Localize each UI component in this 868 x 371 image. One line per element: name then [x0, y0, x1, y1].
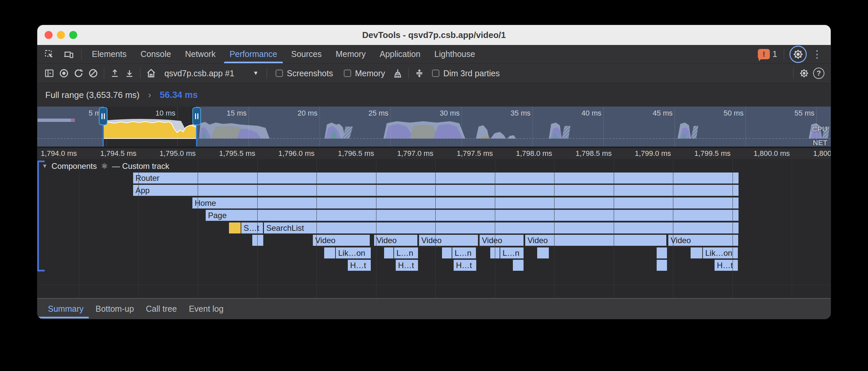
divider	[140, 68, 141, 79]
dim-3rd-parties-checkbox[interactable]: Dim 3rd parties	[432, 68, 500, 78]
flame-bar-home[interactable]: Home	[192, 198, 739, 208]
overview-tick-line	[177, 107, 178, 146]
flame-bar-l-n[interactable]: L…n	[452, 248, 476, 258]
divider	[104, 68, 104, 79]
tab-network[interactable]: Network	[178, 45, 223, 63]
memory-checkbox[interactable]: Memory	[344, 68, 385, 78]
track-name: Components	[52, 162, 97, 171]
flame-bar[interactable]	[442, 248, 452, 258]
gridline-vertical	[138, 159, 139, 298]
tab-sources[interactable]: Sources	[284, 45, 329, 63]
tab-memory[interactable]: Memory	[329, 45, 372, 63]
flame-bar[interactable]	[657, 260, 667, 271]
flame-bar-video[interactable]: Video	[313, 235, 370, 246]
close-window-button[interactable]	[44, 31, 53, 39]
detail-tab-event-log[interactable]: Event log	[183, 299, 229, 319]
settings-gear-button-active[interactable]	[789, 46, 807, 63]
flame-bar-s-t[interactable]: S…t	[241, 223, 263, 233]
gridline-vertical	[257, 159, 258, 298]
zoom-window-button[interactable]	[69, 31, 77, 39]
device-toolbar-icon[interactable]	[61, 47, 76, 62]
flame-bar-app[interactable]: App	[133, 185, 739, 196]
overview-tick-label: 45 ms	[639, 109, 673, 118]
flame-bar-video[interactable]: Video	[525, 235, 666, 246]
overview-tick-label: 20 ms	[284, 109, 317, 118]
flame-bar[interactable]	[537, 248, 549, 258]
toggle-panel-icon[interactable]	[42, 66, 57, 81]
reload-record-icon[interactable]	[71, 66, 86, 81]
detail-tab-summary[interactable]: Summary	[42, 299, 90, 319]
panel-tabs: ElementsConsoleNetworkPerformanceSources…	[85, 45, 482, 63]
flame-bar-video[interactable]: Video	[479, 235, 524, 246]
flame-bar-l-n[interactable]: L…n	[500, 248, 524, 258]
screenshots-checkbox[interactable]: Screenshots	[276, 68, 333, 78]
gridline-vertical	[792, 159, 792, 298]
flame-bar-video[interactable]: Video	[374, 235, 417, 246]
flame-bar-video[interactable]: Video	[419, 235, 478, 246]
ruler-tick-label: 1,799.0 ms	[623, 149, 671, 158]
flame-bar-lik-on[interactable]: Lik…on	[336, 248, 371, 258]
save-profile-icon[interactable]	[122, 66, 137, 81]
overview-tick-label: 25 ms	[355, 109, 389, 118]
flame-bar[interactable]	[229, 223, 241, 233]
flame-bar[interactable]	[384, 248, 393, 258]
collect-garbage-broom-icon[interactable]	[391, 66, 405, 81]
flame-bar-page[interactable]: Page	[206, 210, 739, 221]
flame-bar[interactable]	[324, 248, 335, 258]
gridline-vertical	[79, 159, 79, 298]
overview-tick-line	[462, 107, 462, 146]
history-selected-value: qsvd7p.csb.app #1	[164, 68, 234, 78]
flame-bar[interactable]	[252, 235, 263, 246]
ruler-tick-label: 1,797.5 ms	[445, 149, 493, 158]
tab-elements[interactable]: Elements	[85, 45, 133, 63]
ruler-tick-label: 1,798.5 ms	[564, 149, 612, 158]
selection-handle-right-grip[interactable]	[192, 107, 201, 125]
ruler-tick-label: 1,794.5 ms	[89, 149, 136, 158]
flame-bar-l-n[interactable]: L…n	[394, 248, 418, 258]
collapse-icon[interactable]	[412, 66, 427, 81]
clear-icon[interactable]	[86, 66, 100, 81]
flame-bar-h-t[interactable]: H…t	[454, 260, 476, 271]
track-header-components[interactable]: ▼ Components ⚛ — Custom track	[42, 162, 169, 171]
react-atom-icon: ⚛	[101, 162, 108, 171]
minimize-window-button[interactable]	[57, 31, 65, 39]
flame-bar[interactable]	[513, 260, 524, 271]
help-icon[interactable]: ?	[811, 66, 826, 81]
overview-tick-label: 30 ms	[426, 109, 460, 118]
detail-tab-bottom-up[interactable]: Bottom-up	[90, 299, 140, 319]
inspect-icon[interactable]	[42, 47, 57, 62]
flame-chart[interactable]: ▼ Components ⚛ — Custom track RouterAppH…	[37, 159, 831, 298]
breadcrumb-full-range[interactable]: Full range (3,653.76 ms)	[45, 90, 140, 100]
flame-bar-h-t[interactable]: H…t	[348, 260, 371, 271]
ruler-tick-label: 1,797.0 ms	[385, 149, 433, 158]
live-metrics-home-icon[interactable]	[144, 66, 158, 81]
flame-bar-searchlist[interactable]: SearchList	[264, 223, 739, 233]
tab-lighthouse[interactable]: Lighthouse	[427, 45, 482, 63]
selection-handle-left-grip[interactable]	[99, 107, 107, 125]
flame-bar[interactable]	[657, 248, 667, 258]
flame-bar-router[interactable]: Router	[133, 172, 739, 183]
load-profile-icon[interactable]	[107, 66, 122, 81]
detail-tab-call-tree[interactable]: Call tree	[140, 299, 183, 319]
flame-bar-h-t[interactable]: H…t	[715, 260, 738, 271]
kebab-menu-icon[interactable]: ⋮	[809, 48, 826, 60]
issues-button[interactable]: ! 1	[758, 49, 777, 59]
timeline-overview[interactable]: 5 ms10 ms15 ms20 ms25 ms30 ms35 ms40 ms4…	[37, 107, 831, 146]
history-dropdown[interactable]: qsvd7p.csb.app #1 ▼	[158, 68, 263, 78]
flame-bar-h-t[interactable]: H…t	[396, 260, 418, 271]
checkbox-label: Screenshots	[287, 68, 333, 78]
breadcrumb-selected-range[interactable]: 56.34 ms	[160, 90, 198, 100]
overview-tick-label: 40 ms	[568, 109, 601, 118]
record-icon[interactable]	[57, 66, 71, 81]
tab-console[interactable]: Console	[133, 45, 178, 63]
tab-performance[interactable]: Performance	[223, 45, 284, 63]
ruler-tick-label: 1,800.0 ms	[742, 149, 790, 158]
flame-bar[interactable]	[691, 248, 702, 258]
range-breadcrumb: Full range (3,653.76 ms) › 56.34 ms	[37, 83, 831, 107]
issues-count: 1	[773, 49, 777, 59]
flame-bar-video[interactable]: Video	[668, 235, 738, 246]
tab-application[interactable]: Application	[373, 45, 427, 63]
overview-tick-line	[746, 107, 746, 146]
settings-gear-icon[interactable]	[797, 66, 811, 81]
gridline-vertical	[316, 159, 317, 298]
